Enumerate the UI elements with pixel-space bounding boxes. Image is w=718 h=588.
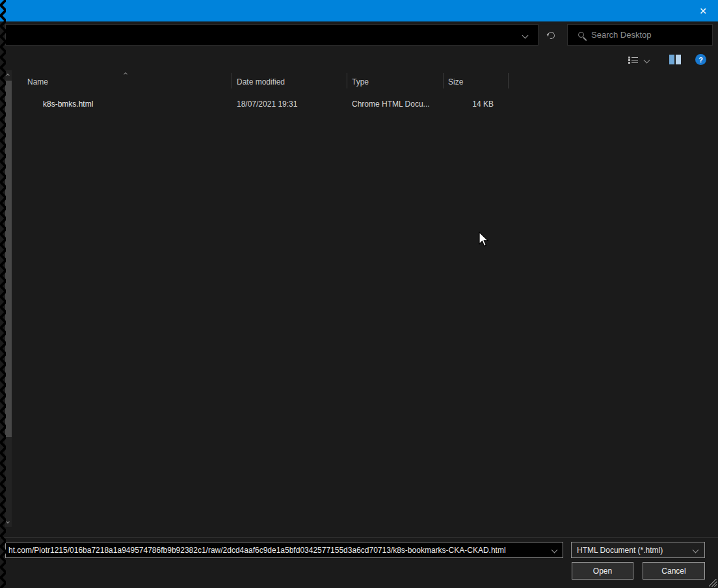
filetype-dropdown-chevron-icon[interactable]: [693, 547, 699, 554]
help-button[interactable]: ?: [695, 54, 706, 65]
titlebar[interactable]: ✕: [0, 0, 718, 21]
search-box[interactable]: [567, 24, 713, 46]
preview-pane-icon: [669, 55, 674, 64]
column-header-name[interactable]: Name: [27, 77, 48, 87]
column-separator[interactable]: [508, 73, 509, 88]
column-headers: Name Date modified Type Size: [0, 70, 718, 91]
file-type: Chrome HTML Docu...: [352, 100, 430, 109]
filename-input[interactable]: [6, 542, 563, 557]
scroll-down-icon[interactable]: [6, 520, 10, 524]
vertical-scrollbar[interactable]: [5, 70, 12, 527]
filetype-value: HTML Document (*.html): [577, 546, 663, 555]
dialog-footer: HTML Document (*.html) Open Cancel: [0, 537, 718, 588]
filetype-select[interactable]: HTML Document (*.html): [571, 542, 705, 558]
column-header-date-modified[interactable]: Date modified: [237, 77, 285, 87]
refresh-button[interactable]: [542, 27, 559, 43]
address-dropdown-chevron-icon[interactable]: [522, 33, 529, 39]
details-view-icon: [628, 56, 638, 64]
preview-pane-icon-part: [676, 55, 681, 64]
sort-ascending-icon: [124, 72, 127, 76]
filename-combobox[interactable]: [5, 542, 563, 558]
search-icon: [578, 32, 584, 38]
column-separator[interactable]: [443, 73, 444, 88]
view-dropdown-chevron-icon[interactable]: [644, 57, 650, 63]
file-row[interactable]: k8s-bmks.html 18/07/2021 19:31 Chrome HT…: [0, 96, 520, 112]
column-separator[interactable]: [347, 73, 347, 88]
address-bar[interactable]: [5, 24, 538, 46]
preview-pane-button[interactable]: [669, 55, 682, 64]
close-button[interactable]: ✕: [688, 0, 718, 21]
column-separator[interactable]: [232, 73, 232, 88]
open-button[interactable]: Open: [572, 562, 633, 580]
cancel-button[interactable]: Cancel: [643, 562, 705, 580]
file-name[interactable]: k8s-bmks.html: [43, 100, 93, 109]
column-header-type[interactable]: Type: [352, 77, 369, 87]
column-header-size[interactable]: Size: [448, 77, 463, 87]
change-view-button[interactable]: [628, 53, 661, 66]
scrollbar-thumb[interactable]: [5, 81, 12, 437]
file-size: 14 KB: [443, 100, 494, 109]
search-input[interactable]: [591, 30, 702, 40]
resize-grip[interactable]: [709, 579, 717, 587]
refresh-icon: [546, 31, 556, 40]
mouse-cursor: [479, 232, 490, 248]
file-date-modified: 18/07/2021 19:31: [237, 100, 297, 109]
